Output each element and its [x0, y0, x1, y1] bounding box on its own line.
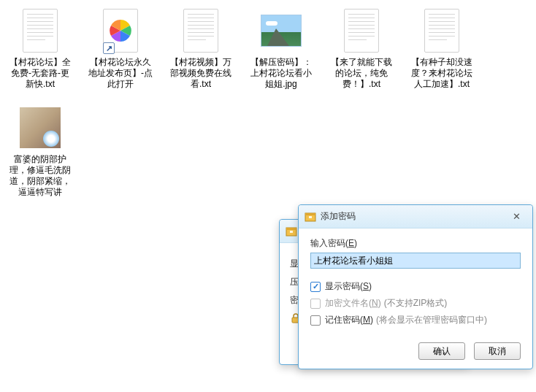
show-password-checkbox[interactable]: [310, 282, 321, 292]
show-password-label: 显示密码(S): [325, 280, 372, 293]
file-label: 【村花论坛永久地址发布页】-点此打开: [88, 57, 153, 90]
close-icon[interactable]: ✕: [506, 210, 527, 223]
file-label: 【村花论坛】全免费-无套路-更新快.txt: [7, 57, 73, 90]
shortcut-arrow-icon: ↗: [103, 42, 115, 54]
show-password-checkbox-row[interactable]: 显示密码(S): [310, 280, 521, 293]
file-item[interactable]: 【村花视频】万部视频免费在线看.txt: [168, 7, 234, 90]
encrypt-filename-checkbox-row: 加密文件名(N) (不支持ZIP格式): [310, 297, 521, 310]
file-explorer-area: 【村花论坛】全免费-无套路-更新快.txt↗【村花论坛永久地址发布页】-点此打开…: [0, 0, 536, 205]
encrypt-filename-checkbox: [310, 299, 321, 309]
shortcut-file-icon: ↗: [97, 7, 144, 54]
add-password-dialog: 添加密码 ✕ 输入密码(E) 显示密码(S) 加密文件名(N) (不支持ZIP格…: [298, 204, 533, 369]
file-item[interactable]: ↗【村花论坛永久地址发布页】-点此打开: [88, 7, 153, 90]
password-input-label: 输入密码(E): [310, 237, 521, 250]
file-label: 【村花视频】万部视频免费在线看.txt: [168, 57, 234, 90]
file-label: 富婆的阴部护理，修逼毛洗阴道，阴部紧缩，逼逼特写讲解，...: [7, 154, 73, 198]
dialog-title: 添加密码: [321, 210, 356, 223]
archive-icon: [305, 211, 316, 223]
file-item[interactable]: 【村花论坛】全免费-无套路-更新快.txt: [7, 7, 73, 90]
file-item[interactable]: 【来了就能下载的论坛，纯免费！】.txt: [329, 7, 394, 90]
txt-file-icon: [338, 7, 385, 54]
encrypt-filename-hint: (不支持ZIP格式): [384, 297, 448, 310]
cancel-button[interactable]: 取消: [474, 342, 521, 360]
svg-rect-1: [286, 228, 296, 230]
svg-rect-5: [305, 213, 315, 215]
svg-rect-6: [309, 216, 312, 218]
remember-password-hint: (将会显示在管理密码窗口中): [376, 314, 487, 326]
file-item[interactable]: 富婆的阴部护理，修逼毛洗阴道，阴部紧缩，逼逼特写讲解，...: [7, 104, 73, 198]
txt-file-icon: [418, 7, 465, 54]
svg-rect-2: [290, 231, 293, 233]
remember-password-label: 记住密码(M): [325, 314, 373, 326]
file-item[interactable]: 【解压密码】：上村花论坛看小姐姐.jpg: [248, 7, 314, 90]
file-label: 【来了就能下载的论坛，纯免费！】.txt: [329, 57, 394, 90]
txt-file-icon: [17, 7, 64, 54]
thumb-file-icon: [17, 104, 64, 151]
jpg-file-icon: [258, 7, 305, 54]
ok-button[interactable]: 确认: [418, 342, 465, 360]
remember-password-checkbox-row[interactable]: 记住密码(M) (将会显示在管理密码窗口中): [310, 314, 521, 326]
file-item[interactable]: 【有种子却没速度？来村花论坛人工加速】.txt: [409, 7, 475, 90]
txt-file-icon: [177, 7, 224, 54]
encrypt-filename-label: 加密文件名(N): [325, 297, 381, 310]
file-label: 【有种子却没速度？来村花论坛人工加速】.txt: [409, 57, 475, 90]
dialog-titlebar[interactable]: 添加密码 ✕: [299, 205, 532, 228]
file-label: 【解压密码】：上村花论坛看小姐姐.jpg: [248, 57, 314, 90]
password-input[interactable]: [310, 253, 521, 269]
remember-password-checkbox[interactable]: [310, 315, 321, 326]
archive-icon: [286, 226, 297, 237]
